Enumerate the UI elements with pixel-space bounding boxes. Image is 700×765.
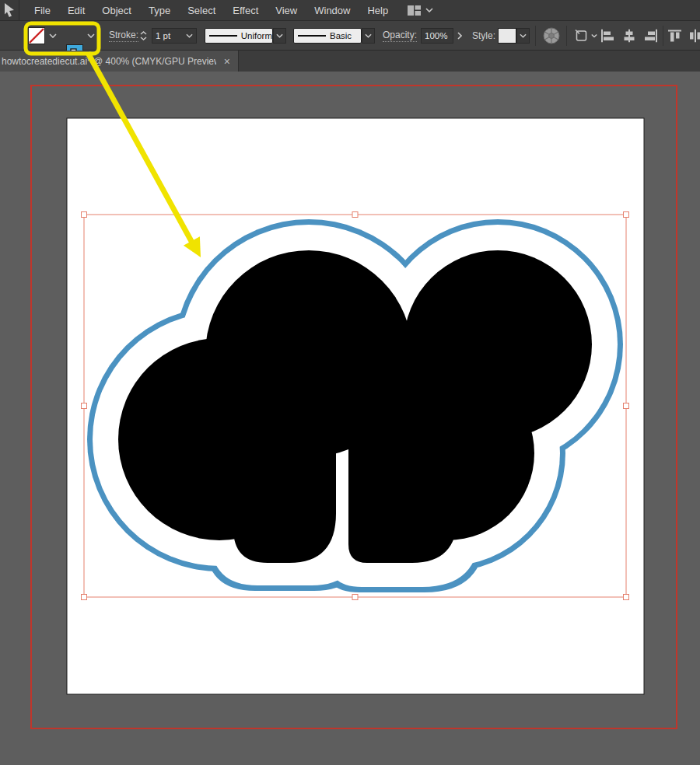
artboard-icon	[574, 28, 589, 43]
width-profile-preview	[209, 35, 237, 37]
opacity-field[interactable]: 100%	[421, 28, 453, 44]
chevron-down-icon	[425, 8, 433, 12]
none-fill-icon	[29, 28, 44, 44]
menu-effect[interactable]: Effect	[224, 0, 267, 21]
stroke-width-stepper[interactable]	[140, 31, 147, 40]
width-profile-value: Uniform	[241, 31, 272, 40]
chevron-down-icon	[520, 33, 527, 38]
opacity-value: 100%	[425, 31, 447, 40]
graphic-style-dropdown[interactable]	[516, 28, 530, 44]
illustrator-window: File Edit Object Type Select Effect View…	[0, 0, 700, 765]
menu-window[interactable]: Window	[306, 0, 359, 21]
stepper-down-icon	[140, 37, 147, 40]
menu-bar: File Edit Object Type Select Effect View…	[0, 0, 700, 21]
align-right-icon	[644, 29, 658, 42]
handle-bottom-left[interactable]	[82, 595, 87, 600]
stepper-up-icon	[140, 31, 147, 35]
width-profile-dropdown[interactable]	[273, 28, 286, 44]
distribute-center-icon	[688, 29, 700, 42]
handle-top-right[interactable]	[624, 212, 629, 218]
document-title: howtocreatediecut.ai* @ 400% (CMYK/GPU P…	[2, 56, 216, 67]
handle-bottom-right[interactable]	[624, 595, 629, 600]
control-bar: Stroke: 1 pt Uniform Basic	[0, 21, 700, 51]
control-separator	[535, 26, 536, 46]
handle-mid-right[interactable]	[624, 403, 629, 409]
chevron-down-icon	[186, 33, 193, 38]
handle-top-left[interactable]	[82, 212, 87, 218]
chevron-right-icon	[457, 32, 462, 40]
workspace-switcher[interactable]	[408, 5, 433, 16]
align-horizontal-right-button[interactable]	[644, 29, 658, 42]
canvas-svg	[0, 72, 700, 765]
style-label: Style:	[472, 30, 495, 41]
chevron-down-icon	[365, 33, 372, 38]
brush-definition[interactable]: Basic	[293, 28, 362, 44]
handle-bottom-center[interactable]	[352, 595, 358, 600]
stroke-swatch-dropdown[interactable]	[87, 33, 95, 38]
chevron-down-icon	[49, 33, 57, 38]
align-center-icon	[622, 29, 636, 42]
chevron-down-icon	[276, 33, 283, 38]
align-top-icon	[668, 29, 682, 42]
control-separator	[566, 26, 567, 46]
brush-value: Basic	[330, 31, 352, 40]
stroke-width-dropdown[interactable]: 1 pt	[152, 28, 197, 44]
menu-file[interactable]: File	[26, 0, 59, 21]
variable-width-profile[interactable]: Uniform	[205, 28, 273, 44]
artboard-canvas	[0, 72, 700, 765]
recolor-artwork-button[interactable]	[543, 27, 560, 44]
menu-type[interactable]: Type	[140, 0, 179, 21]
menu-view[interactable]: View	[267, 0, 306, 21]
align-vertical-top-button[interactable]	[668, 29, 682, 42]
align-horizontal-center-button[interactable]	[622, 29, 636, 42]
align-horizontal-left-button[interactable]	[600, 29, 614, 42]
stroke-panel-link[interactable]: Stroke:	[109, 30, 138, 42]
opacity-panel-link[interactable]: Opacity:	[383, 30, 417, 42]
selection-tool-cursor-icon[interactable]	[0, 0, 19, 21]
handle-mid-left[interactable]	[82, 403, 87, 409]
chevron-down-icon	[87, 33, 95, 38]
menu-divider	[19, 0, 19, 21]
graphic-style-swatch[interactable]	[498, 28, 516, 44]
menu-object[interactable]: Object	[93, 0, 140, 21]
handle-top-center[interactable]	[352, 212, 358, 218]
color-wheel-icon	[543, 27, 560, 44]
isolate-artboard-button[interactable]	[574, 28, 597, 43]
fill-swatch-none[interactable]	[28, 27, 45, 44]
fill-swatch-dropdown[interactable]	[49, 33, 57, 38]
stroke-width-value: 1 pt	[156, 31, 170, 40]
menu-select[interactable]: Select	[179, 0, 224, 21]
menu-help[interactable]: Help	[359, 0, 397, 21]
opacity-flyout[interactable]	[457, 32, 462, 40]
workspace-grid-icon	[408, 5, 421, 16]
menu-edit[interactable]: Edit	[59, 0, 93, 21]
chevron-down-icon	[591, 33, 597, 37]
close-tab-icon[interactable]: ×	[222, 56, 232, 67]
brush-definition-dropdown[interactable]	[362, 28, 375, 44]
document-tab-bar: howtocreatediecut.ai* @ 400% (CMYK/GPU P…	[0, 51, 700, 72]
align-left-icon	[600, 29, 614, 42]
distribute-center-button[interactable]	[688, 29, 700, 42]
document-tab[interactable]: howtocreatediecut.ai* @ 400% (CMYK/GPU P…	[0, 51, 239, 72]
control-separator	[663, 26, 663, 46]
cursor-icon	[2, 2, 16, 18]
brush-preview	[298, 35, 326, 37]
